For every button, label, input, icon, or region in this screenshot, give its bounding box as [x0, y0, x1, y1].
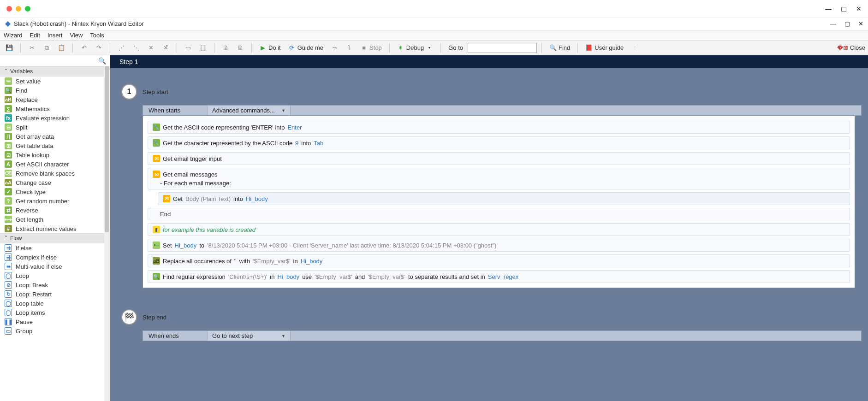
action-get-email-trigger[interactable]: ✉ Get email trigger input [148, 152, 850, 165]
tb-box-1[interactable]: ▭ [182, 43, 195, 53]
action-get-body[interactable]: ✉ Get Body (Plain Text) into Hi_body [158, 192, 850, 205]
sidebar-group-flow[interactable]: ˄Flow [0, 233, 110, 243]
inner-close-icon[interactable]: ✕ [858, 20, 863, 27]
sidebar-item[interactable]: ⟷Get length [0, 215, 110, 224]
sidebar-scrollthumb[interactable] [105, 66, 109, 232]
sidebar-item-icon: ▭ [5, 327, 12, 335]
goto-input[interactable] [468, 43, 537, 53]
sidebar-item[interactable]: ◯Loop [0, 271, 110, 280]
inner-max-icon[interactable]: ▢ [844, 20, 850, 27]
outer-max-icon[interactable]: ▢ [841, 5, 847, 12]
sidebar-item-icon: ⌫ [5, 170, 12, 177]
sidebar-item[interactable]: ⊡Table lookup [0, 150, 110, 159]
save-button[interactable]: 💾 [3, 43, 16, 53]
find-button[interactable]: 🔍Find [547, 43, 573, 53]
step-1-strip: When starts Advanced commands...▼ [143, 105, 862, 116]
step-tab[interactable]: Step 1 [110, 55, 868, 68]
tb-box-2[interactable]: ⟦⟧ [196, 43, 209, 53]
mac-min-dot[interactable] [16, 6, 21, 12]
copy-button[interactable]: ⧉ [40, 43, 53, 53]
stop-button[interactable]: ■Stop [357, 43, 385, 53]
sidebar-item[interactable]: AGet ASCII character [0, 159, 110, 169]
mail-icon: ✉ [153, 171, 160, 178]
outer-close-icon[interactable]: ✕ [856, 5, 862, 12]
sidebar-item-icon: # [5, 225, 12, 232]
sidebar-item[interactable]: ◯Loop items [0, 308, 110, 317]
step-1-when-dropdown[interactable]: Advanced commands...▼ [208, 106, 291, 115]
menu-tools[interactable]: Tools [90, 32, 104, 39]
sidebar-item[interactable]: ≔Set value [0, 77, 110, 86]
guideme-button[interactable]: ⟳Guide me [285, 43, 326, 53]
sidebar-item[interactable]: ⇉If else [0, 243, 110, 253]
step-1-number: 1 [121, 84, 137, 100]
close-button[interactable]: �⊠Close [837, 44, 865, 51]
tb-more-icon[interactable]: ⋮ [628, 43, 641, 53]
sidebar-item-label: Table lookup [16, 152, 49, 159]
sidebar-item[interactable]: ⌫Remove blank spaces [0, 169, 110, 178]
undo-button[interactable]: ↶ [77, 43, 90, 53]
step-into-button[interactable]: ⤵ [343, 43, 356, 53]
sidebar-item[interactable]: ↻ Loop: Restart [0, 289, 110, 299]
sidebar-item-icon: ◯ [5, 272, 12, 279]
sidebar-item[interactable]: ⇶Complex if else [0, 253, 110, 262]
menu-view[interactable]: View [70, 32, 83, 39]
action-replace[interactable]: aB Replace all occurences of '' with '$E… [148, 254, 850, 267]
sidebar-item[interactable]: ⊟Split [0, 123, 110, 132]
action-find-regex[interactable]: 🔍 Find regular expression 'Client\s+(\S+… [148, 270, 850, 283]
sidebar-item-icon: ⊘ [5, 281, 12, 289]
search-icon[interactable]: 🔍 [98, 57, 106, 65]
sidebar-item[interactable]: ∑Mathematics [0, 104, 110, 113]
action-comment[interactable]: ▮ for example this variable is created [148, 223, 850, 236]
action-get-char-9[interactable]: 🔧 Get the character represented by the A… [148, 136, 850, 149]
tb-extra-4[interactable]: ✕̄ [159, 43, 172, 53]
sidebar-item[interactable]: []Get array data [0, 132, 110, 141]
sidebar-item-label: Get table data [16, 142, 54, 149]
sidebar-item-label: Check type [16, 189, 46, 195]
sidebar-item[interactable]: aAChange case [0, 178, 110, 187]
menu-wizard[interactable]: Wizard [4, 32, 22, 39]
sidebar-item-label: Get array data [16, 133, 54, 140]
inner-min-icon[interactable]: — [830, 20, 836, 27]
sidebar-item[interactable]: ◯Loop table [0, 299, 110, 308]
step-end-when-dropdown[interactable]: Go to next step▼ [208, 331, 291, 341]
sidebar-group-variables[interactable]: ˄Variables [0, 66, 110, 77]
action-get-ascii-enter[interactable]: 🔧 Get the ASCII code representing 'ENTER… [148, 121, 850, 134]
sidebar-item[interactable]: 🔍Find [0, 86, 110, 95]
sidebar-item[interactable]: ⇛Multi-value if else [0, 262, 110, 271]
mac-close-dot[interactable] [6, 6, 12, 12]
paste-button[interactable]: 📋 [55, 43, 68, 53]
mac-max-dot[interactable] [25, 6, 30, 12]
step-over-button[interactable]: ⤼ [328, 43, 341, 53]
sidebar-item[interactable]: ⇄Reverse [0, 206, 110, 215]
sidebar-item[interactable]: ?Get random number [0, 196, 110, 206]
outer-min-icon[interactable]: — [825, 5, 832, 12]
sidebar-item[interactable]: ⊞Get table data [0, 141, 110, 150]
workspace: 🔍 ˄Variables≔Set value🔍FindaBReplace∑Mat… [0, 55, 868, 401]
debug-button[interactable]: ✶Debug▾ [394, 43, 436, 53]
doit-button[interactable]: ▶Do it [256, 43, 284, 53]
tb-extra-1[interactable]: ⋰ [115, 43, 128, 53]
action-end[interactable]: End [148, 208, 850, 220]
tb-page-2[interactable]: 🗎 [234, 43, 247, 53]
tb-extra-3[interactable]: ✕ [144, 43, 157, 53]
action-get-email-messages[interactable]: ✉ Get email messages - For each email me… [148, 168, 850, 189]
sidebar-item[interactable]: ▭Group [0, 326, 110, 336]
step-1-title: Step start [143, 88, 168, 95]
tb-extra-2[interactable]: ⋱ [130, 43, 143, 53]
sidebar-item[interactable]: fxEvaluate expression [0, 113, 110, 123]
userguide-button[interactable]: 📕User guide [583, 43, 626, 53]
action-set-hibody[interactable]: ≔ Set Hi_body to '8/13/2020 5:04:15 PM +… [148, 239, 850, 252]
step-1-when-label: When starts [143, 106, 208, 115]
redo-button[interactable]: ↷ [92, 43, 105, 53]
menu-edit[interactable]: Edit [30, 32, 40, 39]
tb-page-1[interactable]: 🗎 [219, 43, 232, 53]
sidebar-item[interactable]: ❚❚Pause [0, 317, 110, 326]
sidebar-scrollbar[interactable] [104, 66, 110, 401]
sidebar-item[interactable]: aBReplace [0, 95, 110, 104]
sidebar-item[interactable]: ✓Check type [0, 187, 110, 196]
sidebar-item-label: Extract numeric values [16, 225, 77, 232]
sidebar-item[interactable]: #Extract numeric values [0, 224, 110, 233]
menu-insert[interactable]: Insert [48, 32, 63, 39]
sidebar-item[interactable]: ⊘ Loop: Break [0, 280, 110, 289]
cut-button[interactable]: ✂ [25, 43, 38, 53]
